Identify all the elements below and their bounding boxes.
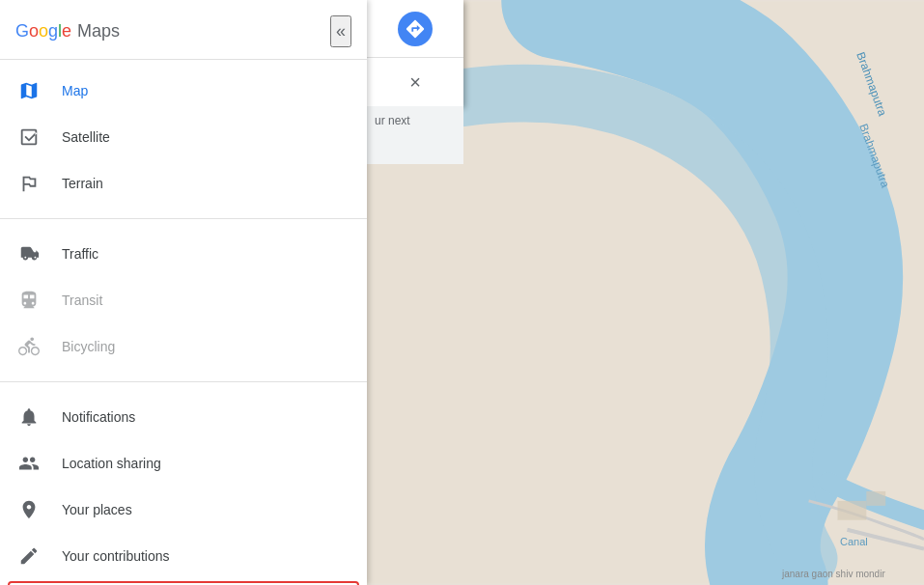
your-places-icon	[15, 496, 42, 523]
google-maps-logo: Google Maps	[15, 21, 120, 42]
notifications-icon	[15, 404, 42, 431]
svg-rect-2	[866, 491, 885, 506]
map-icon	[15, 77, 42, 104]
map-area[interactable]: Brahmaputra Brahmaputra Canal janara gao…	[367, 0, 924, 585]
sidebar-header: Google Maps «	[0, 0, 367, 60]
layers-section: Traffic Transit Bicycling	[0, 223, 367, 377]
sidebar-item-transit[interactable]: Transit	[0, 277, 367, 323]
sidebar-item-satellite[interactable]: Satellite	[0, 114, 367, 160]
divider-2	[0, 381, 367, 382]
your-contributions-icon	[15, 543, 42, 570]
notifications-label: Notifications	[62, 409, 135, 425]
sidebar-item-your-timeline-wrapper: Your timeline	[8, 581, 359, 585]
collapse-button[interactable]: «	[330, 15, 351, 47]
bicycling-label: Bicycling	[62, 339, 115, 354]
location-sharing-icon	[15, 450, 42, 477]
satellite-icon	[15, 124, 42, 151]
your-contributions-label: Your contributions	[62, 548, 170, 564]
location-sharing-label: Location sharing	[62, 456, 161, 471]
sidebar-item-bicycling[interactable]: Bicycling	[0, 323, 367, 370]
traffic-icon	[15, 240, 42, 267]
directions-button[interactable]	[367, 0, 463, 58]
terrain-icon	[15, 170, 42, 197]
divider-1	[0, 218, 367, 219]
traffic-label: Traffic	[62, 246, 98, 262]
map-label: Map	[62, 83, 88, 98]
account-section: Notifications Location sharing Your plac…	[0, 386, 367, 585]
transit-icon	[15, 287, 42, 314]
map-types-section: Map Satellite Terrain	[0, 60, 367, 214]
sidebar-item-map[interactable]: Map	[0, 68, 367, 114]
sidebar-item-location-sharing[interactable]: Location sharing	[0, 440, 367, 487]
svg-rect-1	[837, 501, 866, 520]
direction-panel: × ur next	[367, 0, 463, 106]
sidebar: Google Maps « Map Satellite	[0, 0, 367, 585]
sidebar-item-terrain[interactable]: Terrain	[0, 160, 367, 207]
bicycling-icon	[15, 333, 42, 360]
directions-icon	[398, 12, 433, 46]
logo-maps-text: Maps	[77, 21, 120, 42]
next-label: ur next	[367, 106, 463, 135]
next-panel: ur next	[367, 106, 463, 164]
sidebar-item-traffic[interactable]: Traffic	[0, 231, 367, 277]
your-places-label: Your places	[62, 502, 132, 517]
terrain-label: Terrain	[62, 176, 103, 191]
close-button[interactable]: ×	[367, 58, 463, 106]
satellite-label: Satellite	[62, 129, 110, 145]
transit-label: Transit	[62, 292, 102, 308]
sidebar-item-your-places[interactable]: Your places	[0, 487, 367, 533]
sidebar-item-your-contributions[interactable]: Your contributions	[0, 533, 367, 579]
sidebar-item-notifications[interactable]: Notifications	[0, 394, 367, 440]
logo-text: Google	[15, 21, 71, 42]
